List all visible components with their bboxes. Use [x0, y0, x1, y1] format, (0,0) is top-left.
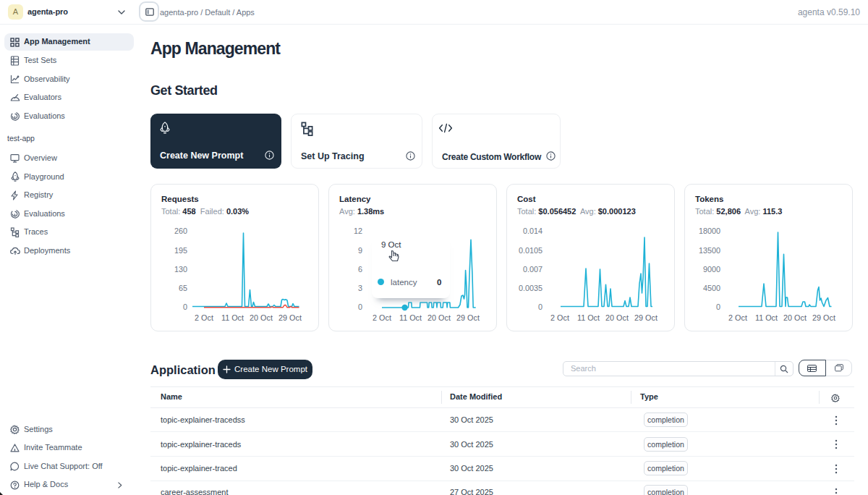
svg-text:2 Oct: 2 Oct [728, 313, 747, 322]
svg-text:0: 0 [183, 302, 187, 311]
svg-text:0: 0 [716, 302, 720, 311]
svg-text:0.007: 0.007 [523, 265, 542, 274]
svg-text:4500: 4500 [703, 284, 720, 292]
svg-text:29 Oct: 29 Oct [634, 313, 658, 322]
svg-text:20 Oct: 20 Oct [427, 313, 451, 322]
svg-text:18000: 18000 [699, 227, 720, 235]
svg-text:20 Oct: 20 Oct [605, 313, 629, 322]
svg-text:195: 195 [174, 246, 187, 255]
svg-text:65: 65 [179, 284, 187, 292]
svg-text:11 Oct: 11 Oct [577, 313, 600, 322]
svg-text:11 Oct: 11 Oct [399, 313, 422, 322]
svg-text:29 Oct: 29 Oct [812, 313, 835, 322]
svg-text:0: 0 [538, 302, 542, 311]
svg-text:0.0035: 0.0035 [519, 284, 542, 292]
svg-text:2 Oct: 2 Oct [550, 313, 569, 322]
svg-text:3: 3 [358, 284, 362, 292]
svg-text:6: 6 [358, 265, 362, 274]
svg-text:2 Oct: 2 Oct [373, 313, 391, 322]
svg-text:13500: 13500 [699, 246, 720, 255]
svg-text:20 Oct: 20 Oct [250, 313, 273, 322]
svg-text:29 Oct: 29 Oct [278, 313, 302, 322]
svg-text:11 Oct: 11 Oct [755, 313, 778, 322]
svg-text:0.014: 0.014 [523, 227, 542, 235]
svg-text:20 Oct: 20 Oct [783, 313, 807, 322]
svg-text:0: 0 [358, 302, 362, 311]
svg-text:9: 9 [358, 246, 362, 255]
svg-text:12: 12 [354, 227, 362, 235]
svg-text:2 Oct: 2 Oct [195, 313, 213, 322]
svg-text:29 Oct: 29 Oct [456, 313, 480, 322]
svg-text:260: 260 [174, 227, 187, 235]
svg-text:0.0105: 0.0105 [519, 246, 542, 255]
svg-text:11 Oct: 11 Oct [221, 313, 244, 322]
svg-text:9000: 9000 [703, 265, 720, 274]
svg-text:130: 130 [174, 265, 187, 274]
